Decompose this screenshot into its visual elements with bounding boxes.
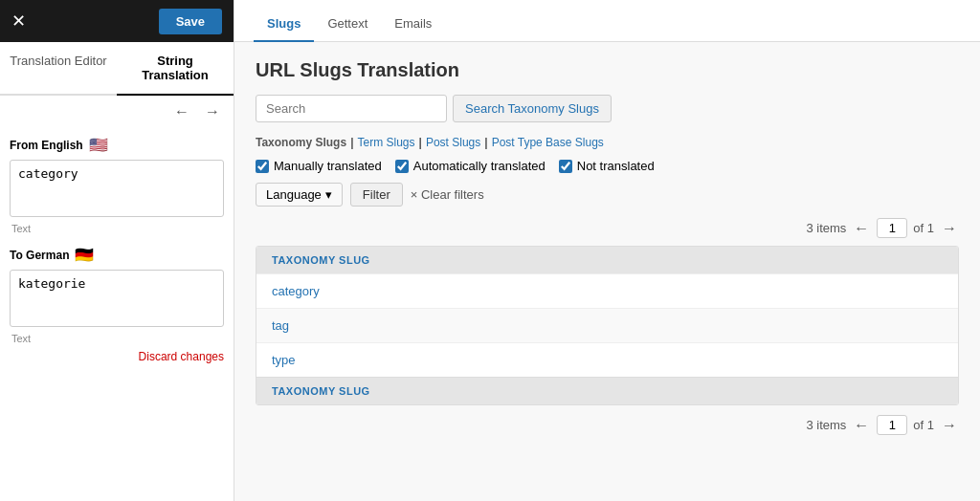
to-field-label: To German 🇩🇪 (10, 246, 224, 264)
of-label-top: of 1 (913, 221, 934, 235)
prev-page-button-top[interactable]: ← (852, 220, 871, 237)
filter-row: Language ▾ Filter × Clear filters (256, 183, 959, 207)
forward-arrow-button[interactable]: → (201, 101, 224, 122)
not-translated-label: Not translated (577, 159, 655, 173)
close-icon[interactable]: ✕ (11, 12, 26, 30)
sidebar-header: ✕ Save (0, 0, 234, 42)
page-title: URL Slugs Translation (256, 59, 959, 81)
pagination-bottom: 3 items ← of 1 → (256, 415, 959, 435)
to-label-text: To German (10, 249, 69, 262)
auto-translated-label: Automatically translated (413, 159, 546, 173)
search-input[interactable] (256, 95, 447, 122)
main-tabs: Slugs Gettext Emails (234, 0, 980, 42)
next-page-button-top[interactable]: → (940, 220, 959, 237)
not-translated-checkbox[interactable] (559, 160, 572, 173)
language-dropdown[interactable]: Language ▾ (256, 183, 343, 207)
tab-gettext[interactable]: Gettext (314, 7, 381, 42)
english-flag: 🇺🇸 (89, 136, 108, 154)
manually-translated-label: Manually translated (274, 159, 382, 173)
sidebar-nav-arrows: ← → (0, 96, 234, 128)
manually-translated-checkbox[interactable] (256, 160, 269, 173)
from-field-label: From English 🇺🇸 (10, 136, 224, 154)
manually-translated-checkbox-label[interactable]: Manually translated (256, 159, 382, 173)
items-count-top: 3 items (806, 221, 846, 235)
filter-links-prefix: Taxonomy Slugs (256, 136, 346, 149)
table-row[interactable]: category (256, 273, 958, 308)
table-header: TAXONOMY SLUG (256, 247, 958, 273)
table-container: TAXONOMY SLUG category tag type TAXONOMY… (256, 246, 959, 405)
tab-emails[interactable]: Emails (381, 7, 445, 42)
chevron-down-icon: ▾ (325, 187, 332, 202)
post-type-base-slugs-link[interactable]: Post Type Base Slugs (492, 136, 604, 149)
discard-row: Discard changes (0, 348, 234, 369)
tab-slugs[interactable]: Slugs (254, 7, 314, 42)
main-content-area: Slugs Gettext Emails URL Slugs Translati… (234, 0, 980, 501)
from-label-text: From English (10, 139, 83, 152)
next-page-button-bottom[interactable]: → (940, 417, 959, 434)
sidebar-tabs: Translation Editor String Translation (0, 42, 234, 96)
save-button[interactable]: Save (159, 9, 222, 34)
search-taxonomy-button[interactable]: Search Taxonomy Slugs (453, 95, 612, 122)
from-field-group: From English 🇺🇸 category Text (0, 128, 234, 238)
clear-filters-link[interactable]: × Clear filters (411, 187, 484, 202)
filter-button[interactable]: Filter (350, 183, 403, 207)
not-translated-checkbox-label[interactable]: Not translated (559, 159, 655, 173)
from-field-textarea[interactable]: category (10, 160, 224, 217)
checkbox-row: Manually translated Automatically transl… (256, 159, 959, 173)
auto-translated-checkbox-label[interactable]: Automatically translated (395, 159, 546, 173)
auto-translated-checkbox[interactable] (395, 160, 409, 173)
to-field-group: To German 🇩🇪 kategorie Text (0, 238, 234, 348)
to-type-label: Text (10, 333, 224, 344)
table-row[interactable]: type (256, 342, 958, 377)
table-footer: TAXONOMY SLUG (256, 377, 958, 404)
main-scrollable: URL Slugs Translation Search Taxonomy Sl… (234, 42, 980, 501)
search-row: Search Taxonomy Slugs (256, 95, 959, 122)
language-dropdown-label: Language (266, 187, 322, 202)
prev-page-button-bottom[interactable]: ← (852, 417, 871, 434)
page-input-top[interactable] (877, 218, 907, 238)
term-slugs-link[interactable]: Term Slugs (358, 136, 415, 149)
table-row[interactable]: tag (256, 308, 958, 342)
tab-translation-editor[interactable]: Translation Editor (0, 42, 117, 96)
filter-links: Taxonomy Slugs | Term Slugs | Post Slugs… (256, 136, 959, 149)
to-field-textarea[interactable]: kategorie (10, 270, 224, 327)
page-input-bottom[interactable] (877, 415, 907, 435)
tab-string-translation[interactable]: String Translation (117, 42, 234, 96)
items-count-bottom: 3 items (806, 418, 846, 432)
german-flag: 🇩🇪 (75, 246, 94, 264)
from-type-label: Text (10, 223, 224, 234)
of-label-bottom: of 1 (913, 418, 934, 432)
sidebar: ✕ Save Translation Editor String Transla… (0, 0, 234, 501)
post-slugs-link[interactable]: Post Slugs (426, 136, 480, 149)
discard-changes-link[interactable]: Discard changes (139, 350, 224, 363)
pagination-top: 3 items ← of 1 → (256, 218, 959, 238)
back-arrow-button[interactable]: ← (170, 101, 193, 122)
